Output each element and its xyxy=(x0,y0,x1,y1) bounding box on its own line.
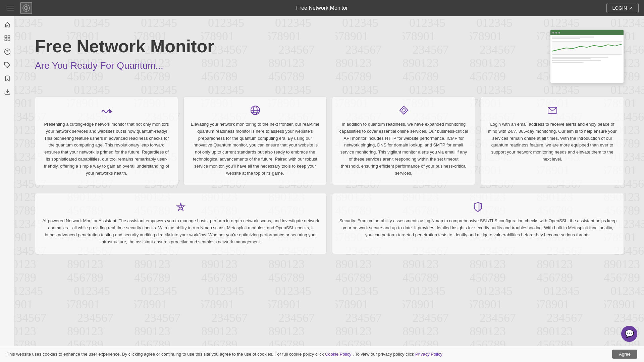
navbar-left xyxy=(5,2,32,14)
chat-button[interactable]: 💬 xyxy=(621,326,637,342)
hero-screenshot xyxy=(550,29,624,83)
sidebar xyxy=(0,16,15,362)
sidebar-item-tags[interactable] xyxy=(1,59,13,71)
login-icon: ↗ xyxy=(629,5,633,11)
feature-card-quantum-text: Elevating your network monitoring to the… xyxy=(191,121,320,177)
hamburger-icon xyxy=(7,6,14,10)
mail-icon xyxy=(488,105,617,116)
shield-icon xyxy=(339,201,617,212)
svg-rect-6 xyxy=(5,39,7,41)
sidebar-item-help[interactable] xyxy=(1,46,13,58)
feature-card-network-text: Presenting a cutting-edge network monito… xyxy=(42,121,171,177)
cookie-bar: This website uses cookies to enhance the… xyxy=(0,346,644,362)
feature-card-ai-text: AI-powered Network Monitor Assistant: Th… xyxy=(42,218,320,245)
hamburger-button[interactable] xyxy=(5,3,16,13)
navbar-title: Free Network Monitor xyxy=(296,5,348,11)
hero-text: Free Network Monitor Are You Ready For Q… xyxy=(35,29,537,71)
svg-rect-5 xyxy=(8,36,10,38)
feature-card-security-text: Security: From vulnerability assessments… xyxy=(339,218,617,238)
svg-point-18 xyxy=(180,206,182,208)
login-button[interactable]: LOGIN ↗ xyxy=(606,3,639,13)
main-content: Free Network Monitor Are You Ready For Q… xyxy=(15,16,644,267)
feature-card-api: In addition to quantum readiness, we hav… xyxy=(332,97,475,185)
feature-card-alerts-text: Login with an email address to receive a… xyxy=(488,121,617,163)
feature-card-security: Security: From vulnerability assessments… xyxy=(332,193,624,254)
agree-button[interactable]: Agree xyxy=(612,350,637,359)
sidebar-item-download[interactable] xyxy=(1,86,13,98)
navbar: Free Network Monitor LOGIN ↗ xyxy=(0,0,644,16)
cookie-text: This website uses cookies to enhance the… xyxy=(7,352,605,357)
privacy-policy-link[interactable]: Privacy Policy xyxy=(415,352,442,357)
hero-subtitle: Are You Ready For Quantum... xyxy=(35,60,537,71)
sidebar-item-dashboard[interactable] xyxy=(1,32,13,44)
feature-card-alerts: Login with an email address to receive a… xyxy=(481,97,624,185)
features-grid: Presenting a cutting-edge network monito… xyxy=(35,97,624,185)
diamond-icon xyxy=(339,105,468,116)
wave-icon xyxy=(42,105,171,116)
svg-rect-7 xyxy=(8,39,10,41)
hero-section: Free Network Monitor Are You Ready For Q… xyxy=(35,29,624,83)
feature-card-quantum: Elevating your network monitoring to the… xyxy=(183,97,327,185)
feature-card-api-text: In addition to quantum readiness, we hav… xyxy=(339,121,468,177)
logo-icon xyxy=(20,2,32,14)
sidebar-item-bookmark[interactable] xyxy=(1,72,13,84)
globe-icon xyxy=(191,105,320,116)
chat-icon: 💬 xyxy=(625,329,634,338)
feature-card-network: Presenting a cutting-edge network monito… xyxy=(35,97,178,185)
screenshot-bar xyxy=(550,30,624,35)
cookie-policy-link[interactable]: Cookie Policy xyxy=(325,352,352,357)
star-icon xyxy=(42,201,320,212)
page-title: Free Network Monitor xyxy=(35,36,537,56)
svg-rect-4 xyxy=(5,36,7,38)
sidebar-item-home[interactable] xyxy=(1,19,13,31)
features-grid-2: AI-powered Network Monitor Assistant: Th… xyxy=(35,193,624,254)
feature-card-ai: AI-powered Network Monitor Assistant: Th… xyxy=(35,193,327,254)
